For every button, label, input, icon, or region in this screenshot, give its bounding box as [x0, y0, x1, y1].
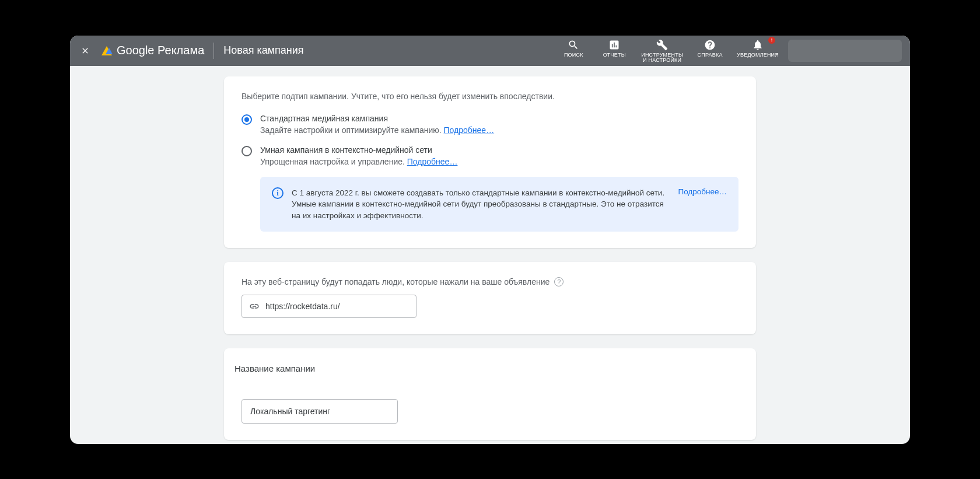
google-ads-logo: Google Реклама: [102, 44, 204, 57]
nav-search[interactable]: ПОИСК: [559, 39, 587, 58]
top-bar: Google Реклама Новая кампания ПОИСК ОТЧЕ…: [70, 36, 910, 66]
nav-help-label: СПРАВКА: [698, 53, 723, 58]
info-learn-more-link[interactable]: Подробнее…: [678, 187, 727, 196]
radio-option-standard[interactable]: Стандартная медийная кампания Задайте на…: [242, 114, 738, 135]
link-icon: [249, 301, 260, 312]
wrench-icon: [656, 39, 668, 51]
nav-reports[interactable]: ОТЧЕТЫ: [600, 39, 628, 58]
nav-reports-label: ОТЧЕТЫ: [603, 53, 626, 58]
radio-option-smart[interactable]: Умная кампания в контекстно-медийной сет…: [242, 145, 738, 166]
nav-tools-label: ИНСТРУМЕНТЫИ НАСТРОЙКИ: [641, 53, 683, 64]
info-banner-text: С 1 августа 2022 г. вы сможете создавать…: [292, 187, 670, 222]
campaign-name-field[interactable]: [250, 407, 389, 416]
info-icon: i: [272, 187, 284, 199]
campaign-name-heading: Название кампании: [235, 363, 738, 373]
landing-url-card: На эту веб-страницу будут попадать люди,…: [224, 262, 756, 334]
chart-icon: [608, 39, 620, 51]
campaign-name-input[interactable]: [242, 399, 398, 424]
brand-product: Реклама: [158, 44, 204, 57]
nav-notifications[interactable]: ! УВЕДОМЛЕНИЯ: [737, 39, 779, 58]
learn-more-link[interactable]: Подробнее…: [444, 125, 495, 135]
help-icon: [704, 39, 716, 51]
radio-option-standard-desc: Задайте настройки и оптимизируйте кампан…: [260, 125, 494, 135]
help-tooltip-icon[interactable]: ?: [554, 277, 564, 286]
ads-logo-icon: [102, 46, 112, 55]
radio-option-smart-desc: Упрощенная настройка и управление. Подро…: [260, 157, 457, 166]
subtype-instruction: Выберите подтип кампании. Учтите, что ег…: [242, 92, 738, 101]
landing-url-field[interactable]: [265, 302, 409, 311]
header-nav: ПОИСК ОТЧЕТЫ ИНСТРУМЕНТЫИ НАСТРОЙКИ СПРА…: [559, 36, 779, 66]
campaign-name-card: Название кампании: [224, 348, 756, 440]
radio-icon[interactable]: [242, 146, 252, 156]
header-search-box[interactable]: [788, 40, 902, 62]
info-banner: i С 1 августа 2022 г. вы сможете создава…: [260, 177, 738, 232]
campaign-subtype-card: Выберите подтип кампании. Учтите, что ег…: [224, 76, 756, 249]
brand-text: Google Реклама: [117, 44, 204, 57]
learn-more-link[interactable]: Подробнее…: [407, 157, 458, 166]
close-icon[interactable]: [78, 44, 92, 58]
landing-url-label: На эту веб-страницу будут попадать люди,…: [242, 277, 550, 286]
search-icon: [568, 39, 579, 51]
radio-option-smart-title: Умная кампания в контекстно-медийной сет…: [260, 145, 457, 155]
nav-help[interactable]: СПРАВКА: [696, 39, 724, 58]
brand-google: Google: [117, 44, 155, 57]
radio-option-standard-title: Стандартная медийная кампания: [260, 114, 494, 123]
radio-icon[interactable]: [242, 114, 252, 125]
app-window: Google Реклама Новая кампания ПОИСК ОТЧЕ…: [70, 36, 910, 444]
bell-icon: [752, 39, 764, 51]
nav-notifications-label: УВЕДОМЛЕНИЯ: [737, 53, 779, 58]
nav-search-label: ПОИСК: [564, 53, 583, 58]
notification-badge: !: [768, 37, 775, 44]
nav-tools[interactable]: ИНСТРУМЕНТЫИ НАСТРОЙКИ: [641, 39, 683, 64]
main-content: Выберите подтип кампании. Учтите, что ег…: [70, 66, 910, 444]
page-title: Новая кампания: [223, 44, 303, 57]
landing-url-input[interactable]: [242, 295, 416, 318]
divider: [214, 43, 214, 59]
